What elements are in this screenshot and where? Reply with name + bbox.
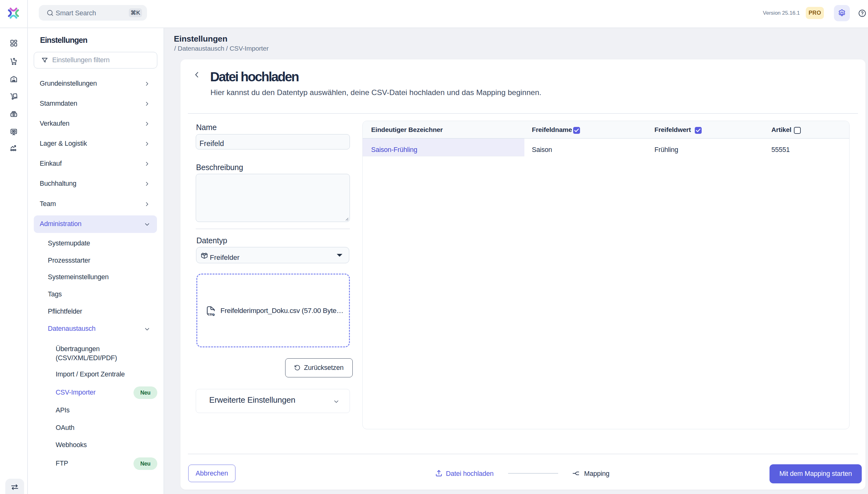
svg-text:csv: csv — [208, 312, 214, 317]
